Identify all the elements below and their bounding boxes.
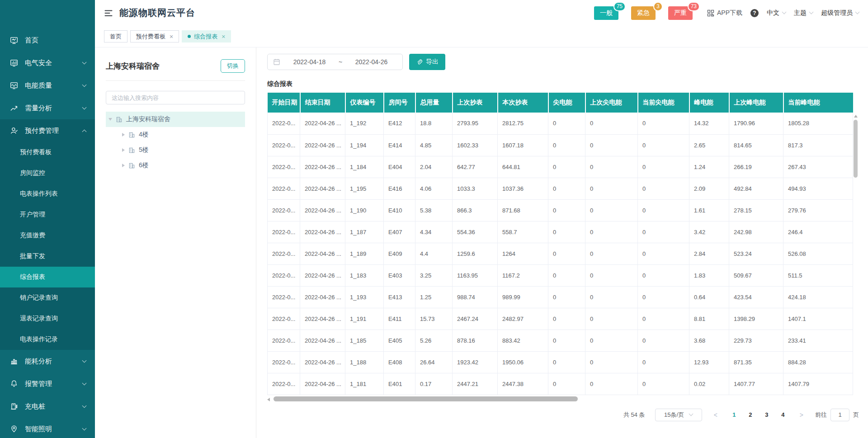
table-cell: 2022-04-26 ...: [300, 286, 345, 308]
report-panel: 2022-04-18 ~ 2022-04-26 导出 综合报表 开始日期结束日期…: [256, 47, 868, 438]
switch-button[interactable]: 切换: [221, 59, 245, 73]
tab-1[interactable]: 预付费看板×: [130, 30, 179, 42]
app-download-link[interactable]: APP下载: [707, 9, 742, 17]
table-cell: 1_189: [345, 243, 384, 264]
alert-badge-1[interactable]: 紧急3: [631, 6, 656, 20]
table-row-0[interactable]: 2022-0...2022-04-26 ...1_192E41218.82793…: [268, 113, 853, 134]
table-row-5[interactable]: 2022-0...2022-04-26 ...1_187E4074.34554.…: [268, 221, 853, 243]
tree-node-2[interactable]: 6楼: [106, 158, 245, 173]
sidebar-item-4[interactable]: 预付费管理: [0, 119, 95, 142]
table-cell: 1.83: [689, 264, 729, 286]
caret-right-icon[interactable]: [122, 133, 125, 137]
tree-search-input[interactable]: [106, 91, 245, 104]
goto-page: 前往 页: [815, 409, 859, 421]
table-row-1[interactable]: 2022-0...2022-04-26 ...1_194E4144.851602…: [268, 134, 853, 156]
table-cell: E405: [384, 330, 415, 351]
vertical-scrollbar[interactable]: [853, 113, 859, 402]
start-date-input[interactable]: 2022-04-18: [284, 58, 335, 66]
page-button-2[interactable]: 2: [745, 411, 755, 418]
table-row-9[interactable]: 2022-0...2022-04-26 ...1_191E41115.73246…: [268, 308, 853, 330]
user-dropdown[interactable]: 超级管理员: [821, 9, 859, 17]
table-row-3[interactable]: 2022-0...2022-04-26 ...1_195E4164.061033…: [268, 178, 853, 199]
sidebar-item-6[interactable]: 报警管理: [0, 372, 95, 395]
caret-right-icon[interactable]: [122, 164, 125, 167]
tree-node-label: 4楼: [139, 131, 149, 139]
sidebar-item-0[interactable]: 首页: [0, 29, 95, 52]
table-cell: 2022-04-26 ...: [300, 264, 345, 286]
tab-2[interactable]: 综合报表×: [182, 30, 231, 42]
table-row-2[interactable]: 2022-0...2022-04-26 ...1_184E4042.04642.…: [268, 156, 853, 178]
sidebar-item-8[interactable]: 智能照明: [0, 418, 95, 438]
sidebar-subitem-4[interactable]: 充值缴费: [0, 225, 95, 246]
table-cell: 2022-0...: [268, 199, 300, 221]
vertical-scrollbar-thumb[interactable]: [854, 120, 858, 178]
caret-right-icon[interactable]: [122, 148, 125, 152]
help-icon[interactable]: ?: [750, 9, 759, 17]
tab-label: 首页: [110, 33, 122, 41]
sidebar-subitem-0[interactable]: 预付费看板: [0, 142, 95, 163]
smart-lighting-icon: [10, 425, 19, 433]
table-row-6[interactable]: 2022-0...2022-04-26 ...1_189E4094.41259.…: [268, 243, 853, 264]
tree-node-1[interactable]: 5楼: [106, 142, 245, 158]
goto-page-input[interactable]: [830, 409, 849, 421]
sidebar-subitem-5[interactable]: 批量下发: [0, 246, 95, 267]
next-page-button[interactable]: >: [798, 411, 805, 419]
table-cell: 2022-0...: [268, 264, 300, 286]
sidebar-item-2[interactable]: 电能质量: [0, 74, 95, 97]
tab-0[interactable]: 首页: [104, 30, 127, 42]
table-row-4[interactable]: 2022-0...2022-04-26 ...1_190E4105.38866.…: [268, 199, 853, 221]
tree-node-0[interactable]: 4楼: [106, 127, 245, 142]
language-dropdown[interactable]: 中文: [767, 9, 786, 17]
sidebar-subitem-6[interactable]: 综合报表: [0, 267, 95, 287]
column-header-7: 尖电能: [548, 93, 585, 113]
horizontal-scrollbar-thumb[interactable]: [274, 396, 578, 401]
report-toolbar: 2022-04-18 ~ 2022-04-26 导出: [267, 54, 859, 70]
caret-down-icon[interactable]: [108, 118, 112, 121]
table-cell: 5.38: [415, 199, 453, 221]
prev-page-button[interactable]: <: [712, 411, 719, 419]
sidebar-item-1[interactable]: 电气安全: [0, 52, 95, 74]
sidebar-item-5[interactable]: 能耗分析: [0, 350, 95, 372]
table-cell: 278.15: [729, 199, 783, 221]
close-icon[interactable]: ×: [222, 33, 225, 40]
table-row-11[interactable]: 2022-0...2022-04-26 ...1_188E40826.64192…: [268, 351, 853, 373]
theme-dropdown[interactable]: 主题: [794, 9, 813, 17]
end-date-input[interactable]: 2022-04-26: [346, 58, 397, 66]
date-range-picker[interactable]: 2022-04-18 ~ 2022-04-26: [267, 54, 403, 70]
table-body: 2022-0...2022-04-26 ...1_192E41218.82793…: [268, 113, 853, 395]
collapse-menu-icon[interactable]: [104, 9, 113, 18]
sidebar-subitem-2[interactable]: 电表操作列表: [0, 184, 95, 204]
sidebar-item-7[interactable]: 充电桩: [0, 395, 95, 418]
table-cell: 0: [585, 243, 638, 264]
export-button[interactable]: 导出: [409, 54, 445, 70]
sidebar-subitem-9[interactable]: 电表操作记录: [0, 329, 95, 350]
tree-node-root[interactable]: 上海安科瑞宿舍: [106, 112, 245, 127]
table-row-7[interactable]: 2022-0...2022-04-26 ...1_183E4033.251163…: [268, 264, 853, 286]
alert-badge-2[interactable]: 严重73: [668, 6, 693, 20]
table-cell: E409: [384, 243, 415, 264]
sidebar-section-3: 需量分析: [0, 97, 95, 119]
sidebar-subitem-3[interactable]: 开户管理: [0, 204, 95, 225]
table-row-8[interactable]: 2022-0...2022-04-26 ...1_193E4131.25988.…: [268, 286, 853, 308]
table-cell: 989.99: [498, 286, 548, 308]
alert-badge-0[interactable]: 一般75: [594, 6, 618, 20]
table-cell: 0: [585, 351, 638, 373]
scroll-up-icon[interactable]: [854, 115, 858, 118]
table-row-12[interactable]: 2022-0...2022-04-26 ...1_181E4010.172447…: [268, 373, 853, 395]
table-cell: 0: [548, 199, 585, 221]
table-row-10[interactable]: 2022-0...2022-04-26 ...1_185E4055.26878.…: [268, 330, 853, 351]
sidebar-subitem-7[interactable]: 销户记录查询: [0, 287, 95, 308]
close-icon[interactable]: ×: [170, 33, 173, 40]
table-cell: 279.76: [783, 199, 853, 221]
page-button-4[interactable]: 4: [778, 411, 788, 418]
page-button-3[interactable]: 3: [762, 411, 772, 418]
sidebar-item-3[interactable]: 需量分析: [0, 97, 95, 119]
sidebar-subitem-8[interactable]: 退表记录查询: [0, 308, 95, 329]
table-cell: 1407.77: [729, 373, 783, 395]
table-cell: 0.17: [415, 373, 453, 395]
page-size-select[interactable]: 15条/页: [655, 409, 702, 421]
horizontal-scrollbar[interactable]: [267, 396, 853, 402]
scroll-left-icon[interactable]: [267, 398, 270, 401]
page-button-1[interactable]: 1: [729, 411, 739, 418]
sidebar-subitem-1[interactable]: 房间监控: [0, 163, 95, 184]
